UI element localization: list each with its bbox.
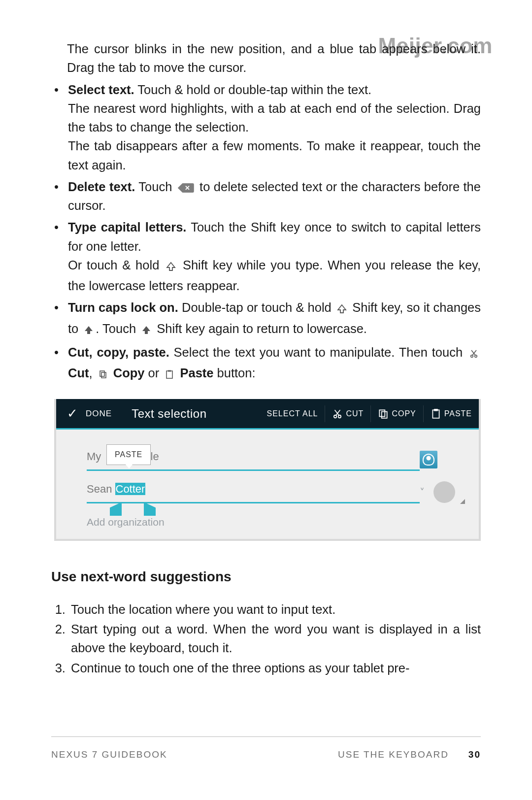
bullet-capslock-body1d: Shift key again to return to lowercase. — [153, 322, 367, 335]
step-2: Start typing out a word. When the word y… — [69, 620, 481, 658]
done-check-icon[interactable]: ✓ — [56, 404, 86, 423]
ccp-comma: , — [89, 366, 96, 380]
svg-rect-5 — [168, 370, 171, 372]
bullet-capslock-body1c: . Touch — [96, 322, 139, 335]
bullet-capslock-lead: Turn caps lock on. — [68, 300, 178, 314]
ccp-end: button: — [213, 366, 255, 380]
add-organization-field[interactable]: Add organization — [87, 514, 338, 533]
selection-handle-right-icon[interactable] — [144, 502, 156, 516]
cut-icon — [469, 345, 479, 364]
backspace-icon: ✕ — [178, 183, 194, 193]
cut-button[interactable]: CUT — [325, 408, 370, 420]
bullet-select-lead: Select text. — [68, 83, 134, 97]
bullet-delete-lead: Delete text. — [68, 180, 135, 194]
editor-row-1[interactable]: My local profile PASTE — [87, 448, 420, 471]
done-label[interactable]: DONE — [86, 407, 112, 420]
svg-rect-9 — [382, 411, 387, 418]
step-1: Touch the location where you want to inp… — [69, 600, 481, 619]
cut-label: CUT — [346, 408, 364, 420]
ccp-cut-label: Cut — [68, 366, 89, 380]
bullet-select-body3: The tab disappears after a few moments. … — [68, 139, 481, 171]
copy-button[interactable]: COPY — [371, 408, 423, 420]
editor-area: My local profile PASTE Sean Cotter ˅ Add… — [56, 430, 479, 539]
row2-prefix: Sean — [87, 483, 115, 495]
bullet-ccp-body1: Select the text you want to manipulate. … — [169, 345, 467, 359]
shift-solid-icon — [141, 321, 151, 340]
bullet-select-body2: The nearest word highlights, with a tab … — [68, 101, 481, 134]
page-footer: NEXUS 7 GUIDEBOOK USE THE KEYBOARD 30 — [51, 736, 481, 762]
svg-rect-4 — [166, 371, 172, 378]
toolbar-title: Text selection — [132, 405, 206, 423]
selection-handle-left-icon[interactable] — [110, 502, 122, 516]
bullet-ccp: Cut, copy, paste. Select the text you wa… — [51, 343, 481, 385]
intro-paragraph: The cursor blinks in the new position, a… — [67, 39, 481, 77]
svg-rect-8 — [380, 410, 385, 416]
paste-icon — [431, 408, 441, 419]
shift-solid-icon — [84, 321, 94, 340]
ccp-or: or — [145, 366, 163, 380]
shift-outline-icon — [166, 258, 176, 276]
profile-thumbnail-icon[interactable] — [420, 451, 437, 468]
paste-button[interactable]: PASTE — [424, 408, 479, 420]
ccp-paste-label: Paste — [180, 366, 213, 380]
bullet-capitals: Type capital letters. Touch the Shift ke… — [51, 218, 481, 295]
bullet-capitals-body2a: Or touch & hold — [68, 258, 164, 272]
select-all-button[interactable]: SELECT ALL — [260, 408, 325, 420]
text-selection-screenshot: ✓ DONE Text selection SELECT ALL CUT COP… — [54, 399, 481, 541]
chevron-down-icon[interactable]: ˅ — [420, 485, 425, 500]
bullet-capslock: Turn caps lock on. Double-tap or touch &… — [51, 298, 481, 340]
editor-row-2[interactable]: Sean Cotter — [87, 481, 420, 503]
bullet-ccp-lead: Cut, copy, paste. — [68, 345, 169, 359]
svg-rect-10 — [432, 410, 439, 418]
footer-right: USE THE KEYBOARD — [338, 748, 449, 762]
paste-label: PASTE — [444, 408, 472, 420]
row1-suffix: le — [151, 450, 159, 463]
svg-rect-3 — [101, 372, 106, 378]
paste-popup[interactable]: PASTE — [106, 444, 151, 465]
svg-rect-11 — [434, 409, 437, 410]
bullet-delete: Delete text. Touch ✕ to delete selected … — [51, 177, 481, 215]
shift-outline-icon — [337, 300, 347, 319]
page-number: 30 — [468, 748, 481, 762]
step-3: Continue to touch one of the three optio… — [69, 659, 481, 677]
bullet-select: Select text. Touch & hold or double-tap … — [51, 80, 481, 174]
bullet-delete-body1: Touch — [135, 180, 175, 194]
copy-icon — [378, 408, 389, 419]
bullet-capslock-body1a: Double-tap or touch & hold — [178, 300, 335, 314]
footer-left: NEXUS 7 GUIDEBOOK — [51, 748, 167, 762]
cut-icon — [332, 408, 343, 419]
section-heading: Use next-word suggestions — [51, 567, 481, 587]
row1-prefix: My — [87, 450, 104, 463]
svg-rect-2 — [100, 371, 104, 376]
bullet-capitals-lead: Type capital letters. — [68, 220, 186, 234]
row2-selection: Cotter — [115, 483, 146, 495]
avatar-placeholder-icon[interactable] — [433, 481, 455, 503]
paste-icon — [165, 366, 174, 384]
bullet-select-body1: Touch & hold or double-tap within the te… — [134, 83, 372, 97]
selection-toolbar: ✓ DONE Text selection SELECT ALL CUT COP… — [56, 399, 479, 430]
ccp-copy-label: Copy — [113, 366, 145, 380]
copy-icon — [98, 366, 108, 384]
copy-label: COPY — [392, 408, 416, 420]
